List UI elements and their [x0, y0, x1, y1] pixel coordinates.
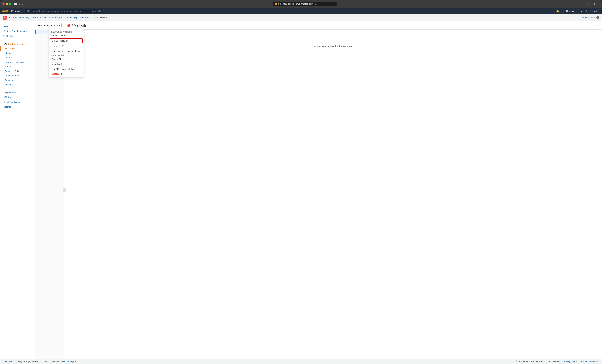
sidebar-item-resources[interactable]: Resources	[0, 46, 35, 51]
enable-cors-item[interactable]: Enable CORS	[49, 44, 84, 49]
cookie-prefs-link[interactable]: Cookie preferences	[581, 360, 599, 363]
window-controls: ⬜ ⌄ ‹	[14, 2, 23, 5]
resources-header: Resources Actions ▾	[35, 21, 64, 29]
deploy-api-item[interactable]: Deploy API	[49, 57, 84, 62]
title-bar-actions: ⬛ ⬆ +	[587, 2, 600, 5]
sidebar-item-client-certs[interactable]: Client Certificates	[0, 100, 35, 104]
bell-icon[interactable]: 🔔	[556, 9, 559, 13]
minimize-button[interactable]	[6, 3, 8, 5]
help-icon[interactable]: ?	[562, 9, 564, 12]
sidebar-item-resource-policy[interactable]: Resource Policy	[0, 69, 35, 73]
unified-settings-link[interactable]: Unified Settings	[60, 360, 74, 363]
separator-3: ›	[78, 16, 78, 19]
chevron-down-icon: ▾	[577, 10, 578, 12]
api-name: food-aws-serve...	[8, 43, 26, 45]
edit-resource-doc-item[interactable]: Edit Resource Documentation	[49, 49, 84, 54]
favicon-icon	[275, 3, 277, 5]
region-selector[interactable]: N. Virginia ▾	[566, 10, 578, 12]
separator-4: ›	[91, 16, 92, 19]
create-resource-item[interactable]: Create Resource	[50, 38, 83, 43]
footer-right: © 2022, Amazon Web Services, Inc. or its…	[515, 360, 599, 363]
sidebar-toggle-icon[interactable]: ⬜	[14, 2, 17, 5]
terms-link[interactable]: Terms	[573, 360, 579, 363]
main-content: 🔴 / Methods ✏ No methods defined for the…	[64, 21, 602, 359]
actions-button[interactable]: Actions ▾	[50, 23, 62, 27]
import-api-item[interactable]: Import API	[49, 62, 84, 66]
breadcrumb-apis[interactable]: APIs	[32, 16, 36, 19]
page-header: 🔴 / Methods ✏	[64, 21, 602, 30]
aws-top-nav: aws ⊞ Services 🔍 [Option+S] ⬚ 🔔 ? N. Vir…	[0, 8, 602, 14]
sidebar-item-gateway-responses[interactable]: Gateway Responses	[0, 60, 35, 64]
feedback-link[interactable]: Feedback	[3, 360, 12, 363]
url-text: us-east-1.console.aws.amazon.com	[278, 2, 313, 5]
sidebar-item-usage-plans[interactable]: Usage Plans	[0, 90, 35, 95]
chevron-down-icon[interactable]: ⌄	[19, 2, 21, 5]
search-shortcut: [Option+S]	[90, 10, 101, 12]
breadcrumb-bar: A Amazon API Gateway › APIs › food-aws-s…	[0, 14, 602, 21]
create-method-item[interactable]: Create Method	[49, 33, 84, 38]
show-all-hints-link[interactable]: Show all hints	[582, 16, 595, 19]
sidebar-item-stages[interactable]: Stages	[0, 51, 35, 55]
content-area: Resources Actions ▾ RESOURCE ACTIONS Cre…	[35, 21, 602, 359]
copyright-text: © 2022, Amazon Web Services, Inc. or its…	[515, 360, 561, 363]
grid-icon: ⊞	[11, 10, 13, 12]
sidebar-item-apis[interactable]: APIs	[0, 24, 35, 29]
privacy-link[interactable]: Privacy	[564, 360, 570, 363]
sidebar-item-authorizers[interactable]: Authorizers	[0, 55, 35, 60]
search-icon: 🔍	[27, 9, 30, 13]
delete-api-item[interactable]: Delete API	[49, 71, 84, 76]
edit-icon[interactable]: ✏	[597, 24, 599, 27]
api-gateway-icon: A	[3, 16, 7, 20]
close-button[interactable]	[2, 3, 5, 5]
sidebar-item-custom-domain-names[interactable]: Custom Domain Names	[0, 29, 35, 33]
add-tab-icon[interactable]: +	[598, 2, 600, 5]
resources-panel-title: Resources	[38, 24, 50, 27]
screen-icon[interactable]: ⬛	[587, 2, 591, 5]
aws-logo: aws	[2, 9, 8, 13]
lock-icon: 🔒	[314, 2, 317, 5]
resource-actions-label: RESOURCE ACTIONS	[49, 30, 84, 33]
global-search[interactable]: 🔍 [Option+S]	[25, 9, 102, 13]
collapse-panel-handle[interactable]: ‹	[63, 188, 66, 192]
edit-api-doc-item[interactable]: Edit API Documentation	[49, 66, 84, 71]
user-menu[interactable]: M. Luthfi As Syafii ▾	[581, 10, 600, 12]
actions-label: Actions	[51, 24, 58, 27]
main-layout: APIs Custom Domain Names VPC Links API: …	[0, 21, 602, 359]
sidebar-item-vpc-links[interactable]: VPC Links	[0, 33, 35, 38]
sidebar-item-documentation[interactable]: Documentation	[0, 73, 35, 78]
maximize-button[interactable]	[9, 3, 11, 5]
search-input[interactable]	[32, 10, 89, 12]
sidebar-item-api-keys[interactable]: API Keys	[0, 95, 35, 100]
sidebar-item-settings[interactable]: Settings	[0, 104, 35, 109]
separator-1: ›	[30, 16, 31, 19]
breadcrumb-service[interactable]: Amazon API Gateway	[8, 16, 29, 19]
sidebar-item-models[interactable]: Models	[0, 64, 35, 69]
upload-icon[interactable]: ⬆	[593, 2, 595, 5]
chevron-down-icon: ▾	[599, 10, 600, 12]
page-title: / Methods	[72, 23, 87, 27]
footer-info: Looking for language selection? Find it …	[15, 360, 513, 363]
external-link-icon: ↗	[75, 361, 76, 363]
chevron-down-icon: ▾	[59, 24, 60, 27]
services-label: Services	[14, 10, 22, 12]
resources-panel: Resources Actions ▾ RESOURCE ACTIONS Cre…	[35, 21, 64, 359]
title-bar: ⬜ ⌄ ‹ us-east-1.console.aws.amazon.com 🔒…	[0, 0, 602, 8]
back-icon[interactable]: ‹	[22, 2, 23, 5]
help-circle-icon[interactable]: ?	[596, 16, 599, 19]
sidebar-item-settings-api[interactable]: Settings	[0, 82, 35, 87]
breadcrumb-api-name[interactable]: food-aws-serverless-api (6o7nxmk3g5)	[39, 16, 77, 19]
api-label: API: food-aws-serve...	[0, 41, 35, 46]
monitor-icon[interactable]: ⬚	[551, 9, 553, 13]
services-button[interactable]: ⊞ Services	[10, 9, 23, 13]
breadcrumb-resource-id: / (1ad2ms0rm8)	[93, 16, 108, 19]
address-bar: us-east-1.console.aws.amazon.com 🔒	[24, 2, 586, 6]
left-sidebar: APIs Custom Domain Names VPC Links API: …	[0, 21, 35, 359]
url-input-container[interactable]: us-east-1.console.aws.amazon.com 🔒	[273, 2, 337, 6]
traffic-lights	[2, 3, 11, 5]
sidebar-item-dashboard[interactable]: Dashboard	[0, 78, 35, 82]
flame-icon: 🔴	[67, 24, 71, 27]
actions-dropdown: RESOURCE ACTIONS Create Method Create Re…	[49, 29, 84, 77]
breadcrumb-resources[interactable]: Resources	[80, 16, 90, 19]
api-actions-label: API ACTIONS	[49, 54, 84, 57]
footer-info-text: Looking for language selection? Find it …	[15, 360, 59, 363]
